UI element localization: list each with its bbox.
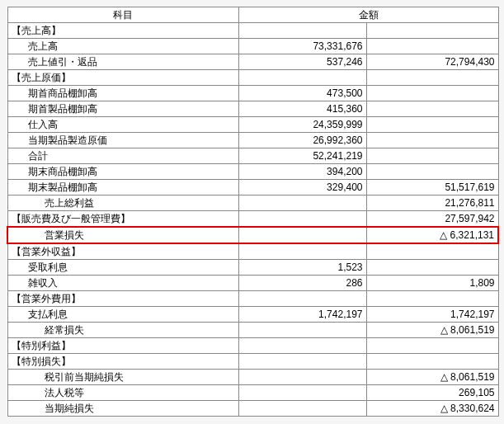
row-value-2 — [366, 338, 498, 354]
table-row: 【特別損失】 — [7, 354, 498, 370]
row-value-2 — [366, 148, 498, 164]
row-label: 仕入高 — [7, 117, 238, 133]
row-value-1 — [238, 243, 366, 260]
table-row: 仕入高24,359,999 — [7, 117, 498, 133]
row-value-1 — [238, 354, 366, 370]
row-value-2 — [366, 86, 498, 101]
table-row: 雑収入2861,809 — [7, 276, 498, 291]
table-row: 売上高73,331,676 — [7, 39, 498, 54]
row-value-2: 72,794,430 — [366, 54, 498, 70]
row-label: 経常損失 — [7, 323, 238, 338]
row-value-1: 286 — [238, 276, 366, 291]
table-row: 法人税等269,105 — [7, 385, 498, 401]
table-row: 当期純損失△ 8,330,624 — [7, 401, 498, 417]
table-row: 受取利息1,523 — [7, 260, 498, 276]
table-header-row: 科目 金額 — [7, 7, 498, 23]
table-row: 期首商品棚卸高473,500 — [7, 86, 498, 101]
row-label: 期末商品棚卸高 — [7, 164, 238, 180]
row-label: 売上値引・返品 — [7, 54, 238, 70]
row-value-2: 27,597,942 — [366, 211, 498, 228]
row-value-1: 1,523 — [238, 260, 366, 276]
row-value-1: 394,200 — [238, 164, 366, 180]
row-value-1 — [238, 401, 366, 417]
row-value-1 — [238, 196, 366, 211]
row-value-2: △ 8,061,519 — [366, 370, 498, 385]
row-label: 【売上原価】 — [7, 70, 238, 86]
row-value-1 — [238, 370, 366, 385]
row-value-2 — [366, 23, 498, 39]
row-value-1 — [238, 385, 366, 401]
row-value-1 — [238, 338, 366, 354]
table-row: 営業損失△ 6,321,131 — [7, 227, 498, 243]
row-label: 売上総利益 — [7, 196, 238, 211]
row-label: 【営業外収益】 — [7, 243, 238, 260]
row-value-2: 51,517,619 — [366, 180, 498, 196]
row-label: 支払利息 — [7, 307, 238, 323]
row-value-2 — [366, 291, 498, 307]
row-label: 期首商品棚卸高 — [7, 86, 238, 101]
header-amount: 金額 — [238, 7, 498, 23]
table-row: 【販売費及び一般管理費】27,597,942 — [7, 211, 498, 228]
row-label: 【特別損失】 — [7, 354, 238, 370]
row-value-2 — [366, 133, 498, 148]
row-value-1: 73,331,676 — [238, 39, 366, 54]
row-value-1 — [238, 291, 366, 307]
table-row: 売上総利益21,276,811 — [7, 196, 498, 211]
income-statement-table: 科目 金額 【売上高】売上高73,331,676売上値引・返品537,24672… — [7, 7, 499, 417]
row-value-1: 24,359,999 — [238, 117, 366, 133]
table-row: 期末製品棚卸高329,40051,517,619 — [7, 180, 498, 196]
row-label: 合計 — [7, 148, 238, 164]
row-value-1: 537,246 — [238, 54, 366, 70]
row-value-2: 21,276,811 — [366, 196, 498, 211]
table-row: 期首製品棚卸高415,360 — [7, 101, 498, 117]
table-row: 合計52,241,219 — [7, 148, 498, 164]
row-value-1: 26,992,360 — [238, 133, 366, 148]
table-row: 経常損失△ 8,061,519 — [7, 323, 498, 338]
row-value-1 — [238, 227, 366, 243]
row-value-2 — [366, 354, 498, 370]
row-label: 雑収入 — [7, 276, 238, 291]
table-row: 税引前当期純損失△ 8,061,519 — [7, 370, 498, 385]
row-value-2 — [366, 117, 498, 133]
table-row: 【売上高】 — [7, 23, 498, 39]
row-label: 税引前当期純損失 — [7, 370, 238, 385]
row-label: 営業損失 — [7, 227, 238, 243]
table-row: 売上値引・返品537,24672,794,430 — [7, 54, 498, 70]
row-label: 当期製品製造原価 — [7, 133, 238, 148]
row-label: 【営業外費用】 — [7, 291, 238, 307]
row-value-1: 329,400 — [238, 180, 366, 196]
row-value-1: 52,241,219 — [238, 148, 366, 164]
row-value-1 — [238, 23, 366, 39]
row-value-2: 1,742,197 — [366, 307, 498, 323]
row-value-2 — [366, 101, 498, 117]
row-label: 当期純損失 — [7, 401, 238, 417]
row-label: 期末製品棚卸高 — [7, 180, 238, 196]
row-label: 受取利息 — [7, 260, 238, 276]
table-row: 期末商品棚卸高394,200 — [7, 164, 498, 180]
row-value-2 — [366, 260, 498, 276]
table-row: 支払利息1,742,1971,742,197 — [7, 307, 498, 323]
row-value-2: 269,105 — [366, 385, 498, 401]
table-row: 【特別利益】 — [7, 338, 498, 354]
row-value-2 — [366, 70, 498, 86]
row-value-1: 415,360 — [238, 101, 366, 117]
row-value-2: △ 6,321,131 — [366, 227, 498, 243]
row-value-1: 473,500 — [238, 86, 366, 101]
table-row: 当期製品製造原価26,992,360 — [7, 133, 498, 148]
table-row: 【営業外費用】 — [7, 291, 498, 307]
row-label: 法人税等 — [7, 385, 238, 401]
table-row: 【売上原価】 — [7, 70, 498, 86]
row-value-2: 1,809 — [366, 276, 498, 291]
row-value-1 — [238, 70, 366, 86]
row-value-1 — [238, 211, 366, 228]
row-value-1: 1,742,197 — [238, 307, 366, 323]
row-value-2: △ 8,061,519 — [366, 323, 498, 338]
row-label: 【売上高】 — [7, 23, 238, 39]
row-value-2: △ 8,330,624 — [366, 401, 498, 417]
row-label: 期首製品棚卸高 — [7, 101, 238, 117]
row-label: 【販売費及び一般管理費】 — [7, 211, 238, 228]
row-label: 売上高 — [7, 39, 238, 54]
row-value-1 — [238, 323, 366, 338]
row-value-2 — [366, 243, 498, 260]
row-value-2 — [366, 39, 498, 54]
